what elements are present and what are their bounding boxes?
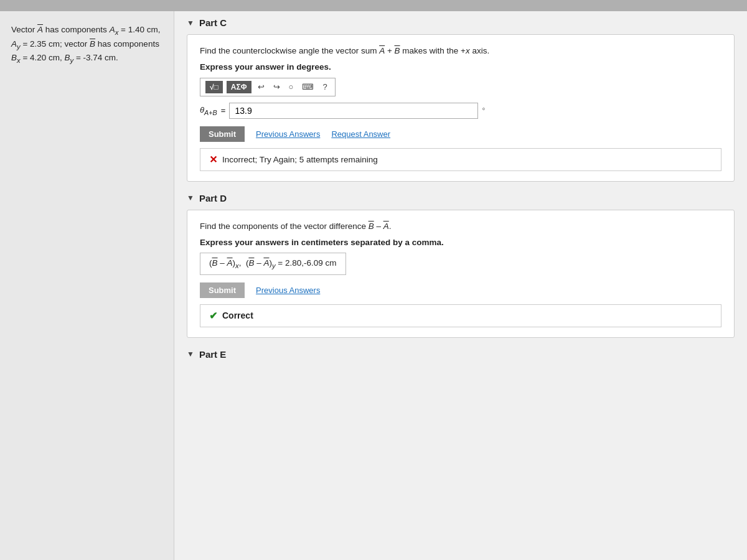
part-d-body: Find the components of the vector differ… (187, 210, 735, 338)
part-c-section: ▼ Part C Find the counterclockwise angle… (187, 17, 735, 182)
sigma-button[interactable]: ΑΣΦ (227, 81, 251, 93)
part-c-header: ▼ Part C (187, 17, 735, 28)
part-c-instruction: Express your answer in degrees. (200, 61, 721, 73)
part-c-feedback-text: Incorrect; Try Again; 5 attempts remaini… (222, 155, 378, 164)
correct-check-icon: ✔ (209, 310, 217, 322)
part-d-arrow[interactable]: ▼ (187, 194, 194, 202)
part-c-btn-row: Submit Previous Answers Request Answer (200, 126, 721, 142)
incorrect-icon: ✕ (209, 154, 217, 166)
part-d-header: ▼ Part D (187, 193, 735, 203)
part-e-section: ▼ Part E (187, 349, 735, 360)
part-c-arrow[interactable]: ▼ (187, 19, 194, 27)
radical-button[interactable]: √□ (205, 81, 223, 93)
keyboard-icon[interactable]: ⌨ (299, 81, 316, 93)
help-icon[interactable]: ? (320, 81, 329, 93)
part-d-previous-answers-link[interactable]: Previous Answers (256, 286, 320, 295)
part-d-problem: Find the components of the vector differ… (200, 220, 721, 233)
undo-icon[interactable]: ↩ (255, 81, 267, 93)
part-d-btn-row: Submit Previous Answers (200, 282, 721, 298)
part-d-answer-display: (B – A)x, (B – A)y = 2.80,-6.09 cm (200, 253, 346, 275)
part-c-input[interactable] (229, 103, 478, 119)
part-d-correct-feedback: ✔ Correct (200, 304, 721, 327)
reset-icon[interactable]: ○ (286, 81, 296, 93)
right-panel: ▼ Part C Find the counterclockwise angle… (174, 11, 747, 560)
part-c-previous-answers-link[interactable]: Previous Answers (256, 129, 320, 139)
part-d-instruction: Express your answers in centimeters sepa… (200, 236, 721, 249)
part-c-submit-button[interactable]: Submit (200, 126, 245, 142)
part-c-answer-row: θA+B = ° (200, 103, 721, 119)
part-e-title: Part E (199, 349, 226, 360)
part-c-title: Part C (199, 17, 227, 28)
part-c-problem: Find the counterclockwise angle the vect… (200, 45, 721, 57)
part-e-arrow[interactable]: ▼ (187, 350, 194, 358)
part-e-header: ▼ Part E (187, 349, 735, 360)
part-c-body: Find the counterclockwise angle the vect… (187, 34, 735, 182)
left-panel: Vector A has components Ax = 1.40 cm, Ay… (0, 11, 174, 560)
part-c-answer-label: θA+B (200, 105, 217, 116)
part-c-unit: ° (482, 106, 485, 115)
part-d-title: Part D (199, 193, 227, 203)
part-d-submit-button[interactable]: Submit (200, 282, 245, 298)
part-d-correct-label: Correct (222, 310, 253, 320)
redo-icon[interactable]: ↪ (271, 81, 283, 93)
answer-toolbar: √□ ΑΣΦ ↩ ↪ ○ ⌨ ? (200, 78, 336, 96)
part-c-equals: = (221, 106, 226, 115)
part-c-feedback: ✕ Incorrect; Try Again; 5 attempts remai… (200, 148, 721, 171)
part-d-section: ▼ Part D Find the components of the vect… (187, 193, 735, 338)
vector-description: Vector A has components Ax = 1.40 cm, Ay… (11, 24, 162, 66)
part-c-request-answer-link[interactable]: Request Answer (331, 129, 390, 139)
top-bar (0, 0, 747, 11)
